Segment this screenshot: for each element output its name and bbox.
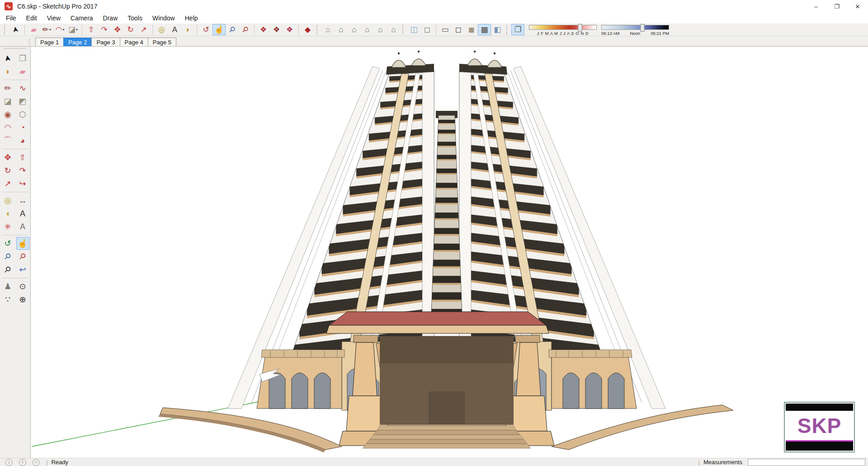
view-front-icon[interactable]: ⌂: [348, 24, 361, 35]
rotate-tool[interactable]: ↻: [124, 24, 137, 35]
pan-tool[interactable]: ☝: [212, 24, 226, 35]
rectangle-tool[interactable]: ◪: [1, 95, 14, 108]
line-tool[interactable]: ✏: [1, 82, 14, 95]
make-component-tool[interactable]: ❒: [16, 52, 29, 65]
dropdown-arrow[interactable]: ▾: [62, 28, 64, 32]
walk-tool[interactable]: ∵: [1, 293, 14, 306]
shadow-time-thumb[interactable]: [641, 24, 645, 32]
select-tool[interactable]: ➤: [9, 24, 22, 35]
sign-in-icon[interactable]: ☺: [33, 459, 40, 466]
menu-camera[interactable]: Camera: [66, 14, 98, 22]
navigation-tool[interactable]: ⊕: [16, 293, 29, 306]
push-pull-tool[interactable]: ⇧: [85, 24, 98, 35]
eraser-tool[interactable]: ▰: [16, 65, 29, 78]
zoom-extents-tool[interactable]: ⚲: [239, 24, 252, 35]
component-attributes-icon[interactable]: ❖: [283, 24, 296, 35]
rotated-rectangle-tool[interactable]: ◩: [16, 95, 29, 108]
follow-me-tool[interactable]: ↷: [98, 24, 111, 35]
dimension-tool[interactable]: ↔: [16, 194, 29, 207]
pan-tool[interactable]: ☝: [16, 237, 29, 250]
previous-view-tool[interactable]: ↩: [16, 263, 29, 276]
dropdown-arrow[interactable]: ▾: [49, 28, 51, 32]
tab-page-2[interactable]: Page 2: [63, 38, 92, 46]
ruby-console-icon[interactable]: ◆: [301, 24, 314, 35]
push-pull-tool[interactable]: ⇧: [16, 151, 29, 164]
shadow-time-bar[interactable]: [601, 25, 669, 30]
palette-grip[interactable]: [4, 48, 26, 50]
measurements-input[interactable]: [748, 459, 865, 466]
component-sketchup-icon[interactable]: ❖: [257, 24, 270, 35]
follow-me-tool[interactable]: ↷: [16, 164, 29, 177]
arc-tool[interactable]: ◠▾: [53, 24, 66, 35]
freehand-tool[interactable]: ∿: [16, 82, 29, 95]
paint-bucket-tool[interactable]: ◗: [1, 65, 14, 78]
text-tool[interactable]: A: [16, 207, 29, 220]
threed-text-tool[interactable]: A: [16, 220, 29, 233]
shadow-date-bar[interactable]: [529, 25, 597, 30]
minimize-button[interactable]: –: [806, 0, 826, 13]
zoom-tool[interactable]: ⚲: [226, 24, 239, 35]
menu-file[interactable]: File: [1, 14, 21, 22]
building-model-canvas[interactable]: [31, 47, 868, 458]
view-top-icon[interactable]: ⌂: [335, 24, 348, 35]
position-camera-tool[interactable]: ♟: [1, 280, 14, 293]
style-wireframe-icon[interactable]: ▭: [439, 24, 452, 35]
protractor-tool[interactable]: ◖: [1, 207, 14, 220]
tab-page-5[interactable]: Page 5: [148, 38, 176, 46]
view-back-icon[interactable]: ⌂: [374, 24, 387, 35]
scale-tool[interactable]: ↗: [137, 24, 150, 35]
close-button[interactable]: ✕: [847, 0, 868, 13]
credits-icon[interactable]: i: [19, 459, 26, 466]
tab-page-1[interactable]: Page 1: [35, 38, 64, 46]
two-point-arc-tool[interactable]: ◔: [16, 121, 29, 134]
style-monochrome-icon[interactable]: ◧: [491, 24, 504, 35]
rotate-tool[interactable]: ↻: [1, 164, 14, 177]
style-shaded-textures-icon[interactable]: ▩: [478, 24, 491, 35]
axes-tool[interactable]: ✳: [1, 220, 14, 233]
paint-bucket-tool[interactable]: ◗: [181, 24, 194, 35]
view-right-icon[interactable]: ⌂: [361, 24, 374, 35]
tape-measure-tool[interactable]: ◎: [155, 24, 168, 35]
model-viewport[interactable]: SKP: [31, 47, 868, 458]
style-back-edges-icon[interactable]: ◻: [420, 24, 434, 35]
shadow-date-thumb[interactable]: [578, 24, 582, 32]
dropdown-arrow[interactable]: ▾: [76, 28, 78, 32]
move-tool[interactable]: ✥: [111, 24, 124, 35]
scale-tool[interactable]: ↗: [1, 177, 14, 190]
geolocation-icon[interactable]: ¡: [5, 459, 13, 466]
move-tool[interactable]: ✥: [1, 151, 14, 164]
tab-page-4[interactable]: Page 4: [120, 38, 148, 46]
style-hidden-line-icon[interactable]: ◻: [452, 24, 465, 35]
style-xray-icon[interactable]: ◫: [407, 24, 420, 35]
menu-view[interactable]: View: [42, 14, 66, 22]
component-options-icon[interactable]: ❖: [270, 24, 283, 35]
circle-tool[interactable]: ◉: [1, 108, 14, 121]
text-tool[interactable]: A: [168, 24, 181, 35]
zoom-extents-tool[interactable]: ⚲: [1, 263, 14, 276]
select-tool[interactable]: ➤: [1, 52, 14, 65]
orbit-tool[interactable]: ↺: [1, 237, 14, 250]
three-point-arc-tool[interactable]: ⌒: [1, 134, 14, 147]
arc-tool[interactable]: ◠: [1, 121, 14, 134]
menu-draw[interactable]: Draw: [98, 14, 123, 22]
menu-help[interactable]: Help: [180, 14, 203, 22]
line-tool[interactable]: ✏▾: [40, 24, 53, 35]
pie-tool[interactable]: ◕: [16, 134, 29, 147]
shadows-toggle[interactable]: ❐: [511, 24, 524, 35]
polygon-tool[interactable]: ⬡: [16, 108, 29, 121]
zoom-window-tool[interactable]: ⚲: [16, 250, 29, 263]
maximize-button[interactable]: ❐: [826, 0, 847, 13]
view-left-icon[interactable]: ⌂: [387, 24, 400, 35]
tape-measure-tool[interactable]: ◎: [1, 194, 14, 207]
menu-window[interactable]: Window: [147, 14, 180, 22]
shadow-date-slider[interactable]: J F M A M J J A S O N D: [529, 25, 597, 36]
view-iso-icon[interactable]: ⌂: [321, 24, 335, 35]
orbit-tool[interactable]: ↺: [199, 24, 212, 35]
zoom-tool[interactable]: ⚲: [1, 250, 14, 263]
offset-tool[interactable]: ↪: [16, 177, 29, 190]
rectangle-tool[interactable]: ◪▾: [66, 24, 80, 35]
menu-tools[interactable]: Tools: [123, 14, 147, 22]
look-around-tool[interactable]: ⊙: [16, 280, 29, 293]
style-shaded-icon[interactable]: ◼: [465, 24, 478, 35]
eraser-tool[interactable]: ▰: [27, 24, 40, 35]
